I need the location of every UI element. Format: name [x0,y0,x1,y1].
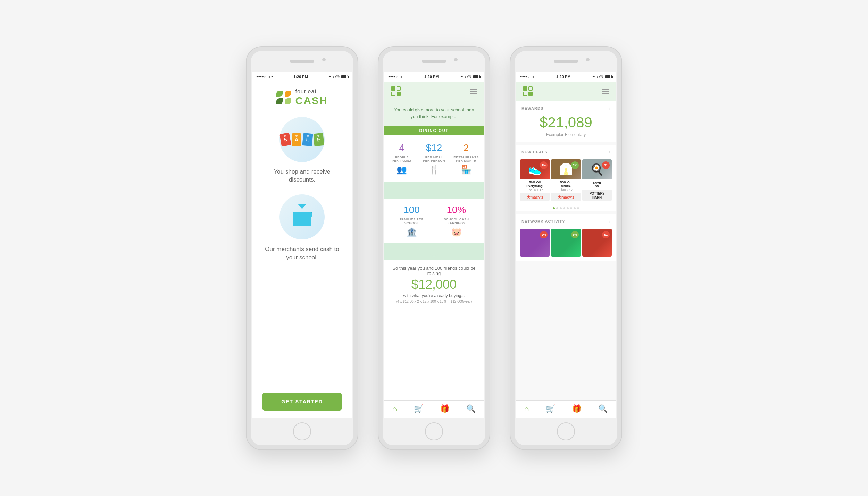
activity-card-1[interactable]: 2% [520,229,550,257]
icon-sq-3 [391,92,395,96]
macys-star-1: ★ [527,195,531,200]
phone-2: ●●●●○ FB 1:20 PM ✦ 77% [378,47,490,449]
phone-1: ●●●●○ FB ▾ 1:20 PM ✦ 77% [247,47,358,449]
speaker-3 [554,60,578,63]
hamburger-menu-3[interactable] [602,89,609,94]
home-button-3[interactable] [557,422,575,440]
nav-home-2[interactable]: ⌂ [392,404,397,413]
side-button-mute-3 [510,120,511,131]
logo-fourleaf-text: fourleaf [295,89,327,95]
front-camera-2 [454,58,458,61]
time-1: 1:20 PM [293,75,308,79]
deal-card-1[interactable]: 👟 2% 50% OffEverything.Thru 6.1.17 ★macy… [520,159,550,201]
meal-icon: 🍴 [429,165,439,175]
side-button-volume-2 [378,138,379,155]
dot-7 [574,207,576,209]
get-started-button[interactable]: GET STARTED [262,393,342,411]
rewards-title: REWARDS [521,106,543,110]
battery-icon-2 [473,75,480,78]
battery-text-3: 77% [596,75,603,78]
deal-badge-2: 6% [571,161,579,169]
restaurant-icon: 🏪 [461,165,471,175]
sale-tag-l: L [302,133,313,146]
home-button-2[interactable] [425,422,443,440]
bluetooth-icon-2: ✦ [460,75,463,78]
activity-badge-1: 2% [540,231,548,238]
sale-tag-a: A [292,133,301,146]
deal-card-3[interactable]: 🍳 $1 SAVE$5 POTTERYBARN [582,159,612,201]
logo-cash-text: CASH [295,95,327,107]
network-activity-header: NETWORK ACTIVITY › [516,214,616,226]
stat-families-number: 100 [403,204,420,216]
result-amount: $12,000 [391,277,477,292]
deal-info-3: SAVE$5 [582,179,612,190]
dot-6 [570,207,572,209]
activity-grid: 2% 6% $1 [516,226,616,261]
battery-text-2: 77% [465,75,471,78]
pottery-barn-label: POTTERYBARN [590,192,604,200]
carousel-dots [516,205,616,211]
status-left-1: ●●●●○ FB ▾ [256,75,273,78]
status-bar-2: ●●●●○ FB 1:20 PM ✦ 77% [384,72,484,82]
macys-star-2: ★ [558,195,561,200]
side-button-mute-2 [378,120,379,131]
icon-sq-4 [397,92,401,96]
p2-content: You could give more to your school than … [384,101,484,400]
home-button-1[interactable] [293,422,311,440]
p2-result: So this year you and 100 friends could b… [384,260,484,309]
bottom-nav-2: ⌂ 🛒 🎁 🔍 [384,400,484,418]
stat-restaurants-label: RESTAURANTSPER MONTH [453,155,479,163]
deal-brand-1: ★macy's [520,193,550,201]
network-activity-chevron[interactable]: › [609,218,610,225]
rewards-chevron[interactable]: › [609,105,610,111]
speaker-1 [290,60,314,63]
nav-home-3[interactable]: ⌂ [524,404,529,413]
arrow-down-1 [417,185,451,195]
battery-icon-3 [605,75,612,78]
dot-3 [560,207,562,209]
leaf-4 [285,98,291,104]
result-formula: (4 x $12.50 x 2 x 12 x 100 x 10% = $12,0… [391,300,477,303]
deals-grid: 👟 2% 50% OffEverything.Thru 6.1.17 ★macy… [516,157,616,205]
nav-cart-2[interactable]: 🛒 [414,404,423,413]
activity-card-2[interactable]: 6% [551,229,581,257]
nav-gift-3[interactable]: 🎁 [572,404,581,413]
menu-line-1 [470,89,477,90]
leaf-1 [276,91,283,97]
deal-info-2: 50% OffShirts.Thru 7.17 [551,179,581,193]
stats-grid-2: 100 FAMILIES PERSCHOOL 🏦 10% SCHOOL CASH… [384,199,484,243]
dot-2 [556,207,558,209]
logo-text-group: fourleaf CASH [295,89,327,107]
deal-card-2[interactable]: 👔 6% 50% OffShirts.Thru 7.17 ★macy's [551,159,581,201]
bluetooth-icon-3: ✦ [592,75,595,78]
side-button-power [357,127,358,148]
nav-search-3[interactable]: 🔍 [598,404,608,413]
dot-5 [567,207,569,209]
sale-circle: S A L E [279,117,325,162]
bluetooth-icon-1: ✦ [328,75,331,78]
deal-brand-3: POTTERYBARN [582,190,612,201]
nav-cart-3[interactable]: 🛒 [546,404,555,413]
result-text: So this year you and 100 friends could b… [391,266,477,276]
side-button-volume [247,138,247,155]
bottom-nav-3: ⌂ 🛒 🎁 🔍 [516,400,616,418]
phone-top-3 [515,51,617,72]
activity-card-3[interactable]: $1 [582,229,612,257]
stat-meal-label: PER MEALPER PERSON [423,155,445,163]
phone-top-1 [251,51,353,72]
p3-content: REWARDS › $21,089 Exemplar Elementary NE… [516,101,616,400]
hamburger-menu-2[interactable] [470,89,477,94]
dot-4 [563,207,565,209]
dot-1 [553,207,555,209]
nav-gift-2[interactable]: 🎁 [440,404,449,413]
piggy-icon: 🐷 [451,227,462,237]
nav-search-2[interactable]: 🔍 [466,404,476,413]
icon-sq-2 [397,86,401,91]
stat-earnings-label: SCHOOL CASHEARNINGS [444,218,469,225]
p3-header [516,82,616,101]
leaf-3 [276,98,283,104]
p2-header [384,82,484,101]
new-deals-chevron[interactable]: › [609,149,610,155]
stat-earnings: 10% SCHOOL CASHEARNINGS 🐷 [436,204,477,237]
stat-people-label: PEOPLEPER FAMILY [392,155,412,163]
